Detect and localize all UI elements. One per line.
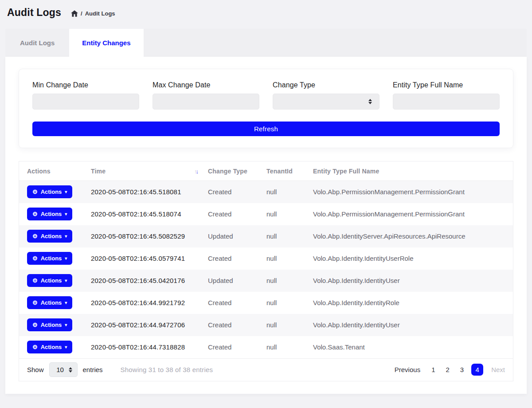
row-actions-button[interactable]: ⚙ Actions ▾: [27, 318, 72, 331]
cell-time: 2020-05-08T02:16:44.9921792: [86, 292, 203, 314]
actions-button-label: Actions: [41, 322, 62, 328]
cell-tenant-id: null: [262, 336, 309, 358]
content-shell: Audit Logs Entity Changes Min Change Dat…: [5, 29, 527, 394]
table-header-row: Actions Time ↑↓ Change Type TenantId Ent…: [19, 161, 513, 181]
gear-icon: ⚙: [32, 233, 38, 239]
filter-field-max-change-date-input: Max Change Date: [153, 81, 259, 110]
actions-button-label: Actions: [41, 188, 62, 195]
pagination-next[interactable]: Next: [491, 366, 505, 373]
caret-down-icon: ▾: [65, 190, 67, 194]
gear-icon: ⚙: [32, 278, 38, 283]
entity-changes-panel: Min Change DateMax Change DateChange Typ…: [5, 57, 527, 394]
caret-down-icon: ▾: [65, 323, 67, 327]
caret-down-icon: ▾: [65, 279, 67, 283]
sort-icon[interactable]: ↑↓: [194, 168, 197, 175]
cell-tenant-id: null: [262, 314, 309, 336]
gear-icon: ⚙: [32, 322, 38, 328]
breadcrumb-separator: /: [81, 10, 82, 17]
cell-change-type: Created: [203, 203, 262, 225]
filter-field-min-change-date-input: Min Change Date: [32, 81, 139, 110]
row-actions-button[interactable]: ⚙ Actions ▾: [27, 274, 72, 287]
table-row: ⚙ Actions ▾ 2020-05-08T02:16:45.518074 C…: [19, 203, 513, 225]
pagination-previous[interactable]: Previous: [395, 366, 420, 373]
tab-entity-changes[interactable]: Entity Changes: [69, 29, 143, 57]
cell-change-type: Updated: [203, 225, 262, 247]
table-body: ⚙ Actions ▾ 2020-05-08T02:16:45.518081 C…: [19, 181, 513, 358]
cell-entity: Volo.Abp.IdentityServer.ApiResources.Api…: [309, 225, 513, 247]
filter-card: Min Change DateMax Change DateChange Typ…: [19, 69, 513, 148]
cell-entity: Volo.Abp.Identity.IdentityUser: [309, 314, 513, 336]
actions-button-label: Actions: [41, 277, 62, 284]
home-icon[interactable]: [71, 10, 78, 17]
pagination-pages: 1234: [428, 364, 483, 376]
breadcrumb-item[interactable]: Audit Logs: [85, 10, 115, 17]
cell-change-type: Created: [203, 247, 262, 270]
page-size-select[interactable]: 10: [49, 362, 78, 377]
cell-tenant-id: null: [262, 292, 309, 314]
cell-change-type: Created: [203, 314, 262, 336]
pagination-page-2[interactable]: 2: [442, 366, 452, 373]
cell-tenant-id: null: [262, 203, 309, 225]
tab-strip: Audit Logs Entity Changes: [5, 29, 527, 57]
min-change-date-input[interactable]: [32, 94, 139, 110]
filter-grid: Min Change DateMax Change DateChange Typ…: [32, 81, 500, 110]
row-actions-button[interactable]: ⚙ Actions ▾: [27, 296, 72, 309]
cell-entity: Volo.Abp.PermissionManagement.Permission…: [309, 203, 513, 225]
cell-change-type: Created: [203, 336, 262, 358]
gear-icon: ⚙: [32, 189, 38, 195]
change-type-select[interactable]: [273, 94, 379, 110]
table-row: ⚙ Actions ▾ 2020-05-08T02:16:45.0579741 …: [19, 247, 513, 270]
caret-down-icon: ▾: [65, 212, 67, 216]
pagination-page-3[interactable]: 3: [457, 366, 467, 373]
row-actions-button[interactable]: ⚙ Actions ▾: [27, 341, 72, 353]
max-change-date-input[interactable]: [153, 94, 259, 110]
cell-entity: Volo.Abp.Identity.IdentityUser: [309, 270, 513, 292]
gear-icon: ⚙: [32, 255, 38, 261]
row-actions-button[interactable]: ⚙ Actions ▾: [27, 185, 72, 198]
column-header-actions[interactable]: Actions: [19, 161, 86, 181]
cell-time: 2020-05-08T02:16:45.518081: [86, 181, 203, 203]
entity-type-full-name-input[interactable]: [393, 94, 500, 110]
select-arrows-icon: [69, 367, 72, 373]
column-header-time[interactable]: Time ↑↓: [86, 161, 203, 181]
caret-down-icon: ▾: [65, 345, 67, 349]
row-actions-button[interactable]: ⚙ Actions ▾: [27, 208, 72, 220]
table-row: ⚙ Actions ▾ 2020-05-08T02:16:44.9472706 …: [19, 314, 513, 336]
row-actions-button[interactable]: ⚙ Actions ▾: [27, 230, 72, 243]
pagination-page-4[interactable]: 4: [471, 364, 483, 376]
breadcrumb: / Audit Logs: [71, 10, 115, 17]
table-row: ⚙ Actions ▾ 2020-05-08T02:16:45.518081 C…: [19, 181, 513, 203]
entity-changes-table: Actions Time ↑↓ Change Type TenantId Ent…: [19, 161, 513, 381]
table-footer: Show 10 entries Showing 31 to 38 of 38 e…: [19, 358, 513, 381]
page-header: Audit Logs / Audit Logs: [0, 0, 532, 23]
select-arrows-icon: [368, 99, 372, 104]
cell-entity: Volo.Abp.Identity.IdentityUserRole: [309, 247, 513, 270]
cell-tenant-id: null: [262, 181, 309, 203]
column-header-tenant-id[interactable]: TenantId: [262, 161, 309, 181]
cell-time: 2020-05-08T02:16:45.0579741: [86, 247, 203, 270]
actions-button-label: Actions: [41, 211, 62, 217]
tab-audit-logs[interactable]: Audit Logs: [5, 29, 69, 57]
filter-field-entity-type-full-name-input: Entity Type Full Name: [393, 81, 500, 110]
show-label: Show: [27, 366, 44, 373]
row-actions-button[interactable]: ⚙ Actions ▾: [27, 252, 72, 265]
entries-label: entries: [83, 366, 103, 373]
actions-button-label: Actions: [41, 299, 62, 306]
table-row: ⚙ Actions ▾ 2020-05-08T02:16:44.7318828 …: [19, 336, 513, 358]
page-size-value: 10: [56, 366, 64, 373]
actions-button-label: Actions: [41, 344, 62, 350]
column-header-entity-type[interactable]: Entity Type Full Name: [309, 161, 513, 181]
page-title: Audit Logs: [7, 7, 61, 19]
filter-label: Entity Type Full Name: [393, 81, 500, 89]
cell-time: 2020-05-08T02:16:44.9472706: [86, 314, 203, 336]
gear-icon: ⚙: [32, 344, 38, 350]
cell-entity: Volo.Saas.Tenant: [309, 336, 513, 358]
column-header-change-type[interactable]: Change Type: [203, 161, 262, 181]
cell-change-type: Created: [203, 181, 262, 203]
cell-change-type: Created: [203, 292, 262, 314]
refresh-button[interactable]: Refresh: [32, 122, 500, 136]
filter-label: Min Change Date: [32, 81, 139, 89]
cell-time: 2020-05-08T02:16:44.7318828: [86, 336, 203, 358]
cell-entity: Volo.Abp.PermissionManagement.Permission…: [309, 181, 513, 203]
pagination-page-1[interactable]: 1: [428, 366, 438, 373]
